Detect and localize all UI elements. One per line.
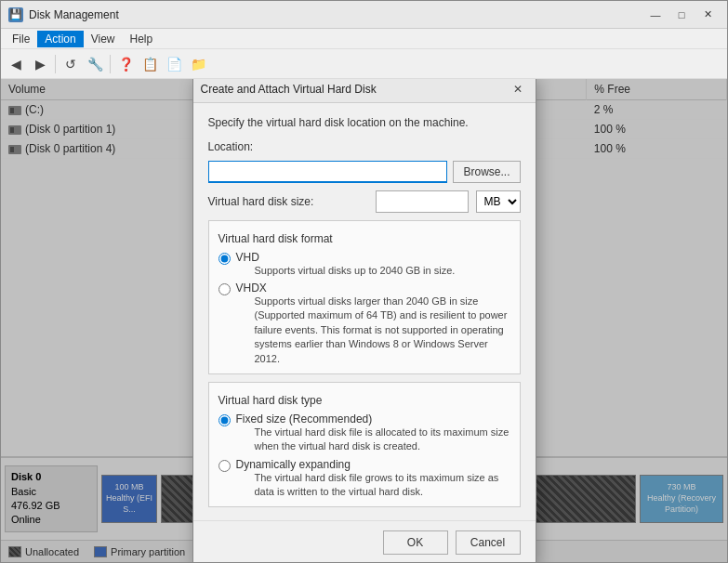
- format-vhd-desc: Supports virtual disks up to 2040 GB in …: [255, 264, 456, 278]
- size-input[interactable]: [376, 190, 469, 213]
- main-window: 💾 Disk Management — □ ✕ File Action View…: [0, 0, 728, 563]
- toolbar-properties[interactable]: 🔧: [84, 53, 106, 75]
- toolbar-separator-2: [110, 55, 111, 73]
- dialog-title-bar: Create and Attach Virtual Hard Disk ✕: [193, 79, 536, 103]
- app-icon: 💾: [8, 7, 23, 22]
- toolbar-help[interactable]: ❓: [114, 53, 137, 75]
- format-section-label: Virtual hard disk format: [218, 232, 510, 245]
- close-button[interactable]: ✕: [695, 6, 720, 24]
- dialog-create-vhd: Create and Attach Virtual Hard Disk ✕ Sp…: [192, 79, 536, 562]
- size-row: Virtual hard disk size: MB GB TB: [208, 190, 521, 213]
- title-bar-left: 💾 Disk Management: [8, 7, 119, 22]
- type-section-label: Virtual hard disk type: [218, 394, 510, 407]
- format-vhd-label: VHD: [236, 251, 456, 264]
- toolbar-btn-extra2[interactable]: 📄: [163, 53, 185, 75]
- type-dynamic-label: Dynamically expanding: [236, 458, 510, 471]
- menu-file[interactable]: File: [5, 31, 37, 47]
- browse-button[interactable]: Browse...: [453, 161, 520, 183]
- location-label: Location:: [208, 140, 521, 153]
- format-section: Virtual hard disk format VHD Supports vi…: [208, 220, 521, 374]
- format-vhdx-desc: Supports virtual disks larger than 2040 …: [255, 295, 510, 366]
- type-fixed-desc: The virtual hard disk file is allocated …: [255, 426, 510, 454]
- maximize-button[interactable]: □: [669, 6, 694, 24]
- type-section: Virtual hard disk type Fixed size (Recom…: [208, 382, 521, 508]
- location-input[interactable]: [208, 161, 448, 183]
- dialog-title: Create and Attach Virtual Hard Disk: [201, 83, 377, 96]
- location-row: Browse...: [208, 161, 521, 183]
- dialog-overlay: Create and Attach Virtual Hard Disk ✕ Sp…: [1, 79, 727, 562]
- type-dynamic-desc: The virtual hard disk file grows to its …: [255, 471, 510, 500]
- type-fixed-radio[interactable]: [218, 414, 231, 426]
- toolbar-forward[interactable]: ▶: [29, 53, 51, 75]
- menu-bar: File Action View Help: [1, 29, 727, 49]
- window-title: Disk Management: [29, 8, 119, 21]
- toolbar-separator-1: [55, 55, 56, 73]
- dialog-body: Specify the virtual hard disk location o…: [193, 103, 536, 521]
- type-dynamic-option: Dynamically expanding The virtual hard d…: [218, 458, 510, 500]
- title-bar: 💾 Disk Management — □ ✕: [1, 1, 727, 29]
- toolbar-btn-extra1[interactable]: 📋: [139, 53, 161, 75]
- type-dynamic-radio[interactable]: [218, 460, 231, 472]
- type-fixed-option: Fixed size (Recommended) The virtual har…: [218, 412, 510, 454]
- toolbar-back[interactable]: ◀: [5, 53, 27, 75]
- format-vhd-radio[interactable]: [218, 253, 231, 265]
- toolbar-refresh[interactable]: ↺: [60, 53, 82, 75]
- dialog-close-button[interactable]: ✕: [508, 81, 528, 98]
- cancel-button[interactable]: Cancel: [456, 530, 521, 555]
- size-unit-select[interactable]: MB GB TB: [476, 190, 521, 213]
- format-vhd-option: VHD Supports virtual disks up to 2040 GB…: [218, 251, 510, 278]
- format-vhdx-option: VHDX Supports virtual disks larger than …: [218, 282, 510, 366]
- format-vhdx-radio[interactable]: [218, 283, 231, 295]
- toolbar: ◀ ▶ ↺ 🔧 ❓ 📋 📄 📁: [1, 49, 727, 79]
- format-vhdx-label: VHDX: [236, 282, 510, 295]
- menu-action[interactable]: Action: [37, 31, 83, 47]
- ok-button[interactable]: OK: [383, 530, 448, 555]
- type-fixed-label: Fixed size (Recommended): [236, 412, 510, 426]
- dialog-footer: OK Cancel: [193, 520, 536, 562]
- content-area: Volume Layout Spa... % Free (C:) Simple …: [1, 79, 727, 562]
- dialog-subtitle: Specify the virtual hard disk location o…: [208, 116, 521, 129]
- menu-view[interactable]: View: [84, 31, 123, 47]
- minimize-button[interactable]: —: [643, 6, 668, 24]
- title-controls: — □ ✕: [643, 6, 720, 24]
- menu-help[interactable]: Help: [123, 31, 161, 47]
- toolbar-btn-extra3[interactable]: 📁: [187, 53, 209, 75]
- size-label: Virtual hard disk size:: [208, 195, 368, 208]
